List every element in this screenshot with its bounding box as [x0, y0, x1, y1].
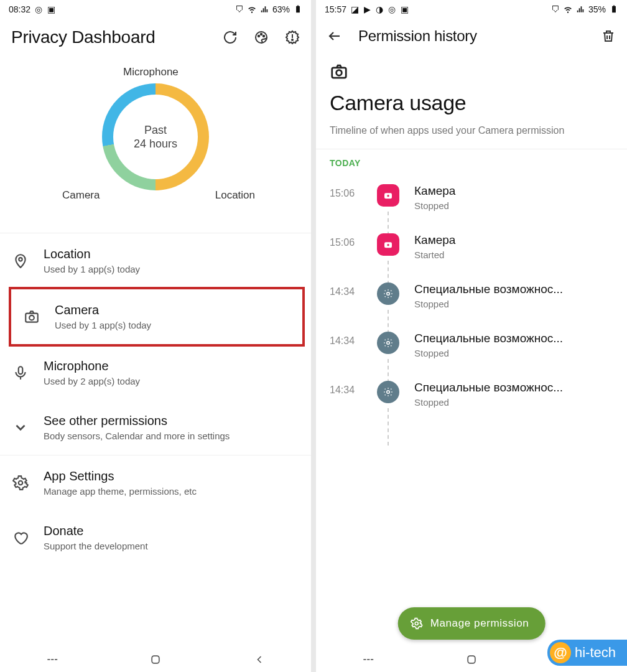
donut-label-loc: Location [215, 189, 255, 202]
svg-rect-11 [19, 366, 23, 374]
camera-icon [24, 309, 40, 325]
status-image-icon: ▣ [47, 5, 55, 14]
svg-point-32 [415, 622, 418, 625]
timeline-status: Stopped [414, 200, 613, 211]
row-donate[interactable]: Donate Support the development [0, 510, 311, 565]
camera-app-icon [377, 184, 399, 207]
timeline-row[interactable]: 14:34 Специальные возможнос... Stopped [330, 271, 613, 320]
permission-row-camera[interactable]: Camera Used by 1 app(s) today [11, 289, 302, 344]
timeline-row[interactable]: 15:06 Камера Stopped [330, 173, 613, 222]
row-sub: Manage app theme, permissions, etc [44, 486, 299, 497]
page-subtitle: Timeline of when apps used your Camera p… [330, 124, 613, 138]
row-title: App Settings [44, 469, 299, 483]
donut-center-line2: 24 hours [134, 137, 177, 151]
timeline-app: Камера [414, 184, 613, 198]
mic-icon [12, 365, 29, 381]
status-app-icon: ◎ [34, 5, 43, 14]
timeline-app: Камера [414, 233, 613, 247]
status-icon: ▶ [363, 5, 371, 14]
svg-rect-9 [26, 314, 38, 322]
timeline-time: 14:34 [330, 282, 362, 297]
permission-row-other[interactable]: See other permissions Body sensors, Cale… [0, 400, 311, 455]
timeline-time: 15:06 [330, 233, 362, 248]
row-title: Location [44, 247, 299, 261]
status-time: 08:32 [9, 4, 30, 14]
row-sub: Used by 1 app(s) today [44, 264, 299, 274]
settings-app-icon [377, 332, 399, 354]
svg-rect-18 [612, 6, 616, 13]
donut-center-line1: Past [144, 123, 167, 138]
status-battery-text: 35% [588, 4, 606, 14]
phone-right: 15:57 ◪ ▶ ◑ ◎ ▣ ⛉ 35% Permission history [316, 0, 627, 672]
timeline-row[interactable]: 14:34 Специальные возможнос... Stopped [330, 320, 613, 370]
row-sub: Used by 1 app(s) today [55, 320, 290, 330]
svg-rect-36 [468, 656, 475, 663]
timeline-row[interactable]: 15:06 Камера Started [330, 222, 613, 271]
timeline-row[interactable]: 14:34 Специальные возможнос... Stopped [330, 370, 613, 419]
svg-point-28 [387, 243, 390, 246]
svg-point-26 [387, 194, 390, 197]
settings-app-icon [377, 282, 399, 305]
row-sub: Support the development [44, 541, 299, 551]
svg-point-24 [337, 70, 342, 76]
timeline-app: Специальные возможнос... [414, 282, 613, 296]
nav-bar [0, 647, 311, 672]
nav-recent-icon[interactable] [360, 652, 375, 667]
page-title: Camera usage [330, 91, 613, 115]
refresh-icon[interactable] [223, 30, 238, 45]
svg-point-10 [29, 315, 34, 320]
nav-home-icon[interactable] [148, 652, 163, 667]
permission-row-location[interactable]: Location Used by 1 app(s) today [0, 233, 311, 288]
timeline-time: 14:34 [330, 381, 362, 396]
timeline: 15:06 Камера Stopped 15:06 Камера [316, 173, 627, 419]
svg-point-30 [387, 341, 390, 344]
status-icon: ▣ [400, 5, 409, 14]
delete-icon[interactable] [601, 29, 616, 44]
status-bar: 15:57 ◪ ▶ ◑ ◎ ▣ ⛉ 35% [316, 0, 627, 19]
highlighted-camera-row: Camera Used by 1 app(s) today [9, 287, 305, 347]
row-title: Camera [55, 303, 290, 317]
nav-recent-icon[interactable] [44, 652, 59, 667]
timeline-app: Специальные возможнос... [414, 332, 613, 345]
usage-donut-chart: Past 24 hours Microphone Camera Location [0, 58, 311, 233]
status-icon: ◪ [350, 5, 359, 14]
timeline-time: 15:06 [330, 184, 362, 199]
status-bar: 08:32 ◎ ▣ ⛉ 63% [0, 0, 311, 19]
gear-icon [12, 475, 29, 491]
settings-app-icon [377, 381, 399, 403]
app-bar: Privacy Dashboard [0, 19, 311, 58]
page-header: Camera usage Timeline of when apps used … [316, 56, 627, 149]
status-battery-icon [610, 5, 618, 14]
donut-label-cam: Camera [62, 189, 100, 202]
row-title: Microphone [44, 359, 299, 373]
fab-label: Manage permission [430, 617, 529, 630]
svg-rect-19 [613, 6, 615, 6]
status-battery-icon [294, 5, 302, 14]
svg-point-13 [19, 481, 23, 485]
donut-label-mic: Microphone [123, 66, 179, 78]
timeline-connector [388, 408, 389, 446]
nav-home-icon[interactable] [464, 652, 479, 667]
palette-icon[interactable] [254, 30, 269, 45]
status-time: 15:57 [325, 4, 346, 14]
row-app-settings[interactable]: App Settings Manage app theme, permissio… [0, 455, 311, 510]
svg-point-4 [261, 34, 262, 35]
svg-point-3 [258, 35, 259, 37]
nav-back-icon[interactable] [252, 652, 267, 667]
app-bar: Permission history [316, 19, 627, 56]
status-battery-text: 63% [272, 4, 290, 14]
timeline-status: Stopped [414, 397, 613, 408]
at-icon: @ [550, 642, 571, 663]
svg-rect-17 [152, 656, 159, 663]
watermark-badge: @ hi-tech [547, 640, 627, 666]
timeline-status: Started [414, 250, 613, 260]
manage-permission-button[interactable]: Manage permission [398, 607, 546, 640]
alert-icon[interactable] [285, 30, 300, 45]
phone-left: 08:32 ◎ ▣ ⛉ 63% Privacy Dashboard [0, 0, 311, 672]
back-icon[interactable] [327, 29, 342, 44]
timeline-time: 14:34 [330, 332, 362, 347]
donut-center: Past 24 hours [102, 83, 209, 190]
permission-row-microphone[interactable]: Microphone Used by 2 app(s) today [0, 345, 311, 400]
status-wifi-icon [248, 5, 256, 14]
status-wifi-icon [564, 5, 572, 14]
